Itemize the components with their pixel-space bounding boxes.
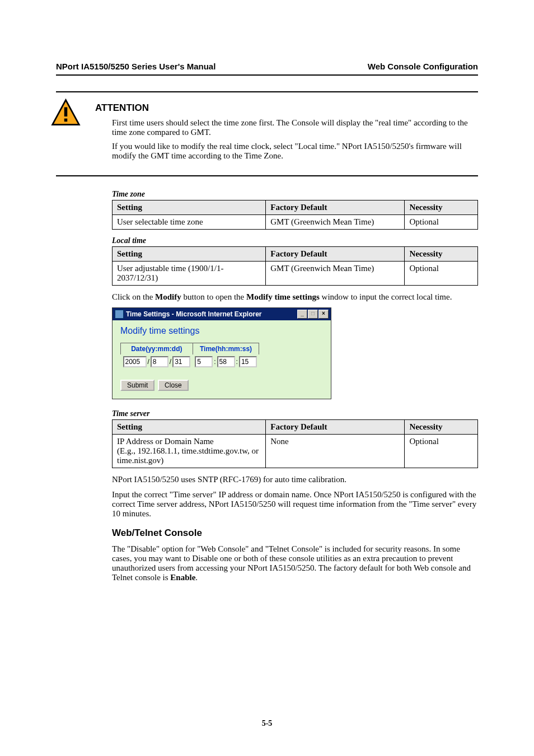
submit-button[interactable]: Submit: [120, 380, 154, 391]
subheading-web-telnet: Web/Telnet Console: [112, 528, 478, 539]
month-input[interactable]: [151, 356, 168, 367]
window-title: Time Settings - Microsoft Internet Explo…: [126, 310, 261, 318]
ie-icon: [115, 310, 124, 319]
screenshot-time-settings: Time Settings - Microsoft Internet Explo…: [112, 307, 331, 399]
page-header: NPort IA5150/5250 Series User's Manual W…: [56, 62, 478, 71]
table-caption-localtime: Local time: [112, 236, 478, 245]
cell-necessity: Optional: [405, 215, 478, 230]
cell-setting: User selectable time zone: [113, 215, 266, 230]
warning-icon: [50, 98, 81, 129]
col-default: Factory Default: [266, 420, 405, 435]
header-rule: [56, 74, 478, 76]
col-necessity: Necessity: [405, 200, 478, 215]
col-setting: Setting: [113, 200, 266, 215]
hour-input[interactable]: [195, 356, 213, 367]
date-fields: //: [121, 354, 193, 371]
attention-paragraph-1: First time users should select the time …: [112, 118, 472, 137]
close-button[interactable]: Close: [158, 380, 189, 391]
attention-callout: ATTENTION First time users should select…: [56, 91, 478, 176]
cell-necessity: Optional: [405, 262, 478, 286]
col-setting: Setting: [113, 420, 266, 435]
table-row: IP Address or Domain Name (E.g., 192.168…: [113, 435, 478, 468]
cell-setting: User adjustable time (1900/1/1-2037/12/3…: [113, 262, 266, 286]
col-setting: Setting: [113, 247, 266, 262]
col-default: Factory Default: [266, 200, 405, 215]
attention-title: ATTENTION: [95, 102, 472, 114]
minute-input[interactable]: [217, 356, 235, 367]
paragraph-console: The "Disable" option for "Web Console" a…: [112, 544, 478, 582]
cell-necessity: Optional: [405, 435, 478, 468]
day-input[interactable]: [172, 356, 190, 367]
time-fields: ::: [193, 354, 259, 371]
header-right: Web Console Configuration: [368, 62, 478, 71]
table-row: User selectable time zone GMT (Greenwich…: [113, 215, 478, 230]
svg-rect-2: [64, 119, 68, 122]
cell-setting: IP Address or Domain Name (E.g., 192.168…: [113, 435, 266, 468]
dialog-heading: Modify time settings: [120, 326, 324, 336]
year-input[interactable]: [123, 356, 147, 367]
maximize-icon: □: [308, 310, 318, 319]
header-left: NPort IA5150/5250 Series User's Manual: [56, 62, 216, 71]
table-caption-timeserver: Time server: [112, 409, 478, 418]
table-row: User adjustable time (1900/1/1-2037/12/3…: [113, 262, 478, 286]
col-necessity: Necessity: [405, 247, 478, 262]
attention-paragraph-2: If you would like to modify the real tim…: [112, 142, 472, 161]
date-label: Date(yy:mm:dd): [121, 343, 193, 355]
time-label: Time(hh:mm:ss): [193, 343, 259, 355]
svg-rect-1: [64, 108, 68, 117]
second-input[interactable]: [239, 356, 257, 367]
table-caption-timezone: Time zone: [112, 190, 478, 199]
cell-default: GMT (Greenwich Mean Time): [266, 215, 405, 230]
table-timezone: Setting Factory Default Necessity User s…: [112, 200, 478, 230]
page-number: 5-5: [0, 719, 534, 728]
cell-default: None: [266, 435, 405, 468]
paragraph-modify: Click on the Modify button to open the M…: [112, 292, 478, 302]
window-titlebar: Time Settings - Microsoft Internet Explo…: [113, 308, 331, 320]
table-localtime: Setting Factory Default Necessity User a…: [112, 246, 478, 286]
minimize-icon[interactable]: _: [297, 310, 307, 319]
paragraph-sntp: NPort IA5150/5250 uses SNTP (RFC-1769) f…: [112, 475, 478, 484]
paragraph-timeserver: Input the correct "Time server" IP addre…: [112, 490, 478, 519]
table-timeserver: Setting Factory Default Necessity IP Add…: [112, 419, 478, 468]
cell-default: GMT (Greenwich Mean Time): [266, 262, 405, 286]
col-default: Factory Default: [266, 247, 405, 262]
col-necessity: Necessity: [405, 420, 478, 435]
close-icon[interactable]: ×: [318, 310, 329, 319]
